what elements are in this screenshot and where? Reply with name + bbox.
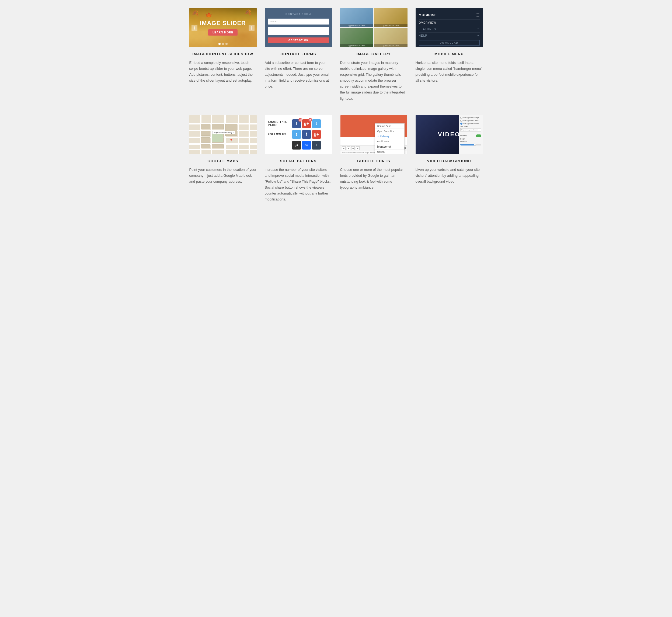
contact-desc: Add a subscribe or contact form to your … (265, 60, 332, 89)
gallery-cell-3[interactable]: Type caption here (340, 28, 374, 47)
map-block-3 (201, 131, 210, 136)
font-option-source[interactable]: Source Serif (375, 124, 404, 129)
gallery-caption-2: Type caption here (374, 24, 408, 27)
gallery-title: IMAGE GALLERY (340, 52, 408, 56)
contact-preview: CONTACT FORM Name* CONTACT US (265, 8, 332, 47)
gallery-cell-4[interactable]: Type caption here (374, 28, 408, 47)
mm-help-chevron: ▼ (477, 34, 479, 37)
vp-radio-bg-image[interactable] (460, 117, 462, 119)
vp-radio-bg-color[interactable] (460, 120, 462, 122)
slider-heading: IMAGE SLIDER (200, 20, 246, 27)
menu-desc: Horizontal site menu folds itself into a… (416, 60, 483, 83)
card-gallery: Type caption here Type caption here Type… (340, 8, 408, 101)
vp-row-color: Color (460, 138, 481, 140)
mobile-menu-preview: MOBIRISE ☰ OVERVIEW FEATURES ▼ HELP ▼ DO… (416, 8, 483, 47)
follow-icons-bottom: git Bē t (292, 141, 321, 150)
vp-row-bg-video: Background Video (460, 123, 481, 125)
font-option-raleway[interactable]: ✓ Raleway (375, 134, 404, 139)
gallery-cell-1[interactable]: Type caption here (340, 8, 374, 27)
vp-label-bg-color: Background Color (464, 120, 479, 122)
map-block-1 (201, 124, 210, 129)
follow-tumblr-btn[interactable]: t (312, 141, 321, 150)
video-title-text: VIDEO (438, 131, 460, 138)
follow-twitter-btn[interactable]: t (292, 130, 301, 139)
message-textarea-mock[interactable] (268, 27, 329, 35)
slider-prev-button[interactable]: ❮ (192, 25, 197, 31)
follow-behance-btn[interactable]: Bē (302, 141, 311, 150)
font-option-ubuntu[interactable]: Ubuntu (375, 150, 404, 154)
map-road-v5 (249, 115, 250, 154)
card-social: SHARE THISPAGE! f 192 g+ 47 t (265, 115, 332, 203)
mm-download-btn[interactable]: DOWNLOAD (419, 40, 480, 45)
card-fonts: Source Serif Open Sans Con... ✓ Raleway … (340, 115, 408, 203)
share-facebook-btn[interactable]: f 192 (292, 119, 301, 128)
follow-icons-top: t f g+ (292, 130, 321, 139)
follow-googleplus-btn[interactable]: g+ (312, 130, 321, 139)
follow-row-2: git Bē t (268, 141, 329, 150)
maps-title: GOOGLE MAPS (189, 159, 257, 163)
card-maps: Empire State Building × 📍 GOOGLE MAPS Po… (189, 115, 257, 203)
follow-facebook-btn[interactable]: f (302, 130, 311, 139)
mm-item-help[interactable]: HELP ▼ (419, 33, 480, 39)
slider-dot-2[interactable] (222, 43, 224, 45)
contact-submit-btn[interactable]: CONTACT US (268, 37, 329, 43)
fonts-justify-icon[interactable]: ≡ (356, 146, 359, 150)
fonts-align-center-icon[interactable]: ≡ (347, 146, 350, 150)
fonts-align-right-icon[interactable]: ≡ (351, 146, 355, 150)
vp-toggle-overlay[interactable] (476, 135, 481, 137)
leaf-3: 🍂 (245, 9, 251, 15)
video-panel: Background Image Background Color Backgr… (459, 115, 483, 154)
video-preview: VIDEO Background Image Background Color … (416, 115, 483, 154)
share-label: SHARE THISPAGE! (268, 121, 289, 127)
feature-row-1: 🍂 🍁 🍂 IMAGE SLIDER LEARN MORE ❮ ❯ IMAGE/… (189, 8, 483, 101)
leaf-2: 🍁 (206, 12, 212, 19)
social-preview: SHARE THISPAGE! f 192 g+ 47 t (265, 115, 332, 154)
gallery-cell-2[interactable]: Type caption here (374, 8, 408, 27)
vp-opacity-handle[interactable] (474, 144, 476, 146)
map-popup-close[interactable]: × (233, 132, 234, 133)
map-preview: Empire State Building × 📍 (189, 115, 257, 154)
name-label: Name* (270, 20, 278, 23)
vp-opacity-slider[interactable] (460, 144, 481, 146)
mm-logo: MOBIRISE (419, 13, 437, 17)
vp-label-bg-video: Background Video (464, 123, 479, 125)
card-contact: CONTACT FORM Name* CONTACT US CONTACT FO… (265, 8, 332, 101)
slider-dot-1[interactable] (218, 43, 221, 45)
font-option-droidsans[interactable]: Droid Sans (375, 139, 404, 144)
share-row: SHARE THISPAGE! f 192 g+ 47 t (268, 119, 329, 128)
vp-url-input[interactable]: http://www.youtube.com/watd (460, 128, 481, 132)
fonts-align-left-icon[interactable]: ≡ (342, 146, 346, 150)
slider-dot-3[interactable] (225, 43, 228, 45)
mm-item-features[interactable]: FEATURES ▼ (419, 26, 480, 33)
fonts-desc: Choose one or more of the most popular f… (340, 167, 408, 191)
contact-title: CONTACT FORMS (265, 52, 332, 56)
map-road-v4 (238, 115, 239, 154)
share-twitter-btn[interactable]: t (312, 119, 321, 128)
follow-github-btn[interactable]: git (292, 141, 301, 150)
gallery-caption-1: Type caption here (340, 24, 374, 27)
slideshow-title: IMAGE/CONTENT SLIDESHOW (189, 52, 257, 56)
gp-count-badge: 47 (308, 118, 312, 122)
feature-row-2: Empire State Building × 📍 GOOGLE MAPS Po… (189, 115, 483, 203)
mm-help-label: HELP (419, 34, 427, 37)
mm-hamburger-icon[interactable]: ☰ (476, 13, 480, 17)
map-popup-text: Empire State Building (214, 132, 232, 133)
font-option-opensans[interactable]: Open Sans Con... (375, 129, 404, 134)
share-googleplus-btn[interactable]: g+ 47 (302, 119, 311, 128)
name-input-mock[interactable]: Name* (268, 19, 329, 24)
slider-text-box: IMAGE SLIDER LEARN MORE (200, 20, 246, 36)
vp-row-bg-color: Background Color (460, 120, 481, 122)
vp-radio-bg-video[interactable] (460, 123, 462, 125)
page-wrapper: 🍂 🍁 🍂 IMAGE SLIDER LEARN MORE ❮ ❯ IMAGE/… (184, 0, 488, 224)
video-desc: Liven up your website and catch your sit… (416, 167, 483, 185)
slider-next-button[interactable]: ❯ (249, 25, 254, 31)
learn-more-button[interactable]: LEARN MORE (208, 29, 238, 36)
fonts-dropdown[interactable]: Source Serif Open Sans Con... ✓ Raleway … (375, 124, 405, 154)
video-feature-title: VIDEO BACKGROUND (416, 159, 483, 163)
map-block-5 (201, 138, 210, 143)
vp-row-overlay: Overlay (460, 135, 481, 137)
slider-preview: 🍂 🍁 🍂 IMAGE SLIDER LEARN MORE ❮ ❯ (189, 8, 257, 47)
vp-opacity-fill (460, 144, 475, 146)
mm-item-overview[interactable]: OVERVIEW (419, 20, 480, 26)
font-option-montserrat[interactable]: Montserrat (375, 144, 404, 150)
